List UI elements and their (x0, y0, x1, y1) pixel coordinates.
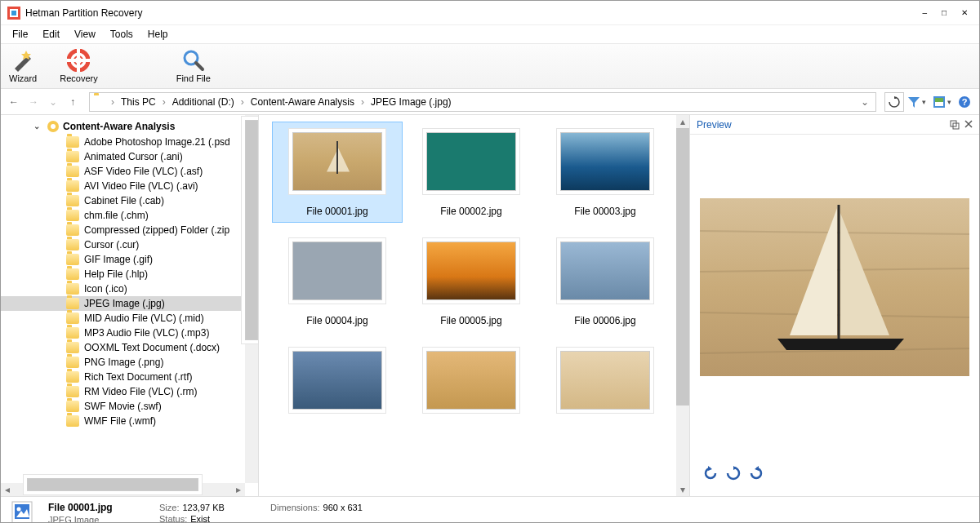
tree-item[interactable]: MID Audio File (VLC) (.mid) (1, 311, 258, 326)
recovery-label: Recovery (60, 73, 97, 83)
tree-item[interactable]: JPEG Image (.jpg) (1, 296, 258, 311)
menu-help[interactable]: Help (141, 27, 175, 42)
nav-back[interactable]: ← (6, 94, 22, 110)
tree-item[interactable]: MP3 Audio File (VLC) (.mp3) (1, 326, 258, 340)
tree-item[interactable]: Rich Text Document (.rtf) (1, 370, 258, 384)
preview-undo-button[interactable] (703, 466, 718, 481)
tree-item[interactable]: AVI Video File (VLC) (.avi) (1, 179, 258, 193)
preview-popout-icon[interactable] (950, 120, 960, 130)
menu-view[interactable]: View (68, 27, 102, 42)
tree-item[interactable]: SWF Movie (.swf) (1, 399, 258, 414)
tree-item[interactable]: WMF File (.wmf) (1, 414, 258, 428)
file-item[interactable]: File 00005.jpg (406, 231, 537, 332)
file-label: File 00005.jpg (440, 315, 501, 326)
crumb-drive[interactable]: Additional (D:) (171, 96, 236, 108)
status-size-value: 123,97 KB (182, 503, 224, 512)
nav-forward[interactable]: → (25, 94, 42, 110)
tree-vertical-scrollbar[interactable] (245, 115, 258, 483)
tree-item[interactable]: OOXML Text Document (.docx) (1, 340, 258, 355)
folder-icon (66, 195, 79, 206)
minimize-button[interactable]: – (922, 8, 927, 17)
folder-icon (66, 357, 79, 368)
folder-icon (66, 254, 79, 265)
view-options-button[interactable]: ▾ (933, 95, 951, 109)
close-button[interactable]: ✕ (961, 8, 968, 17)
folder-tree: ⌄ Content-Aware Analysis Adobe Photoshop… (1, 115, 259, 496)
tree-item[interactable]: RM Video File (VLC) (.rm) (1, 384, 258, 399)
file-item[interactable] (540, 340, 670, 430)
tree-item[interactable]: Icon (.ico) (1, 281, 258, 296)
tree-horizontal-scrollbar[interactable]: ◂▸ (1, 483, 245, 496)
folder-icon (66, 166, 79, 177)
preview-redo-button[interactable] (749, 466, 764, 481)
maximize-button[interactable]: □ (942, 8, 947, 17)
tree-item[interactable]: PNG Image (.png) (1, 355, 258, 370)
file-label: File 00004.jpg (306, 315, 368, 326)
menu-tools[interactable]: Tools (104, 27, 140, 42)
wizard-label: Wizard (9, 73, 37, 83)
folder-icon (66, 210, 79, 221)
status-dim-label: Dimensions: (270, 503, 320, 512)
tree-item-label: MID Audio File (VLC) (.mid) (84, 312, 204, 324)
crumb-analysis[interactable]: Content-Aware Analysis (249, 96, 356, 108)
preview-rotate-button[interactable] (726, 466, 741, 481)
folder-icon (66, 371, 79, 383)
tree-item-label: chm.file (.chm) (84, 210, 149, 221)
status-status-value: Exist (190, 514, 210, 524)
nav-history-dropdown[interactable]: ⌄ (45, 94, 61, 110)
status-size-label: Size: (159, 503, 179, 512)
refresh-button[interactable] (884, 92, 904, 112)
folder-icon (66, 327, 79, 339)
help-button[interactable]: ? (958, 95, 971, 109)
folder-icon (66, 342, 79, 353)
content-area: ⌄ Content-Aware Analysis Adobe Photoshop… (1, 115, 979, 496)
collapse-icon[interactable]: ⌄ (33, 122, 40, 131)
menu-edit[interactable]: Edit (36, 27, 66, 42)
tree-item-label: Cursor (.cur) (84, 239, 139, 250)
wizard-button[interactable]: Wizard (9, 49, 37, 83)
folder-icon (66, 239, 79, 250)
tree-item[interactable]: Adobe Photoshop Image.21 (.psd (1, 135, 258, 149)
svg-marker-34 (755, 466, 759, 471)
file-item[interactable]: File 00003.jpg (540, 122, 670, 223)
address-bar[interactable]: › This PC › Additional (D:) › Content-Aw… (89, 92, 876, 112)
address-dropdown[interactable]: ⌄ (858, 96, 872, 108)
file-item[interactable]: File 00004.jpg (272, 231, 403, 332)
tree-item[interactable]: GIF Image (.gif) (1, 252, 258, 267)
preview-header: Preview (690, 115, 979, 135)
tree-item[interactable]: ASF Video File (VLC) (.asf) (1, 164, 258, 179)
tree-item-label: OOXML Text Document (.docx) (84, 342, 220, 353)
tree-root[interactable]: ⌄ Content-Aware Analysis (1, 118, 258, 135)
file-grid: File 00001.jpgFile 00002.jpgFile 00003.j… (259, 115, 690, 496)
chevron-right-icon: › (161, 96, 167, 108)
file-item[interactable]: File 00006.jpg (540, 231, 670, 332)
folder-icon (66, 401, 79, 412)
preview-panel: Preview (690, 115, 979, 496)
tree-item-label: Icon (.ico) (84, 283, 127, 295)
crumb-this-pc[interactable]: This PC (119, 96, 158, 108)
menu-file[interactable]: File (6, 27, 34, 42)
file-item[interactable]: File 00002.jpg (406, 122, 537, 223)
tree-item[interactable]: Animated Cursor (.ani) (1, 149, 258, 164)
findfile-label: Find File (176, 73, 211, 83)
file-item[interactable]: File 00001.jpg (272, 122, 403, 223)
nav-up[interactable]: ↑ (65, 94, 81, 110)
preview-title: Preview (697, 119, 732, 131)
folder-icon (66, 151, 79, 162)
tree-item[interactable]: Compressed (zipped) Folder (.zip (1, 223, 258, 237)
svg-line-10 (196, 63, 203, 69)
tree-item-label: Animated Cursor (.ani) (84, 151, 183, 162)
folder-icon (66, 224, 79, 236)
findfile-button[interactable]: Find File (176, 49, 211, 83)
file-item[interactable] (406, 340, 537, 430)
preview-close-icon[interactable] (964, 120, 973, 130)
filter-button[interactable]: ▾ (907, 95, 926, 109)
tree-item[interactable]: Cursor (.cur) (1, 237, 258, 252)
tree-item[interactable]: chm.file (.chm) (1, 208, 258, 223)
tree-item[interactable]: Help File (.hlp) (1, 267, 258, 281)
file-item[interactable] (272, 340, 403, 430)
tree-item[interactable]: Cabinet File (.cab) (1, 193, 258, 208)
recovery-button[interactable]: Recovery (60, 49, 97, 83)
crumb-jpeg[interactable]: JPEG Image (.jpg) (369, 96, 453, 108)
files-vertical-scrollbar[interactable]: ▴ ▾ (676, 115, 689, 496)
